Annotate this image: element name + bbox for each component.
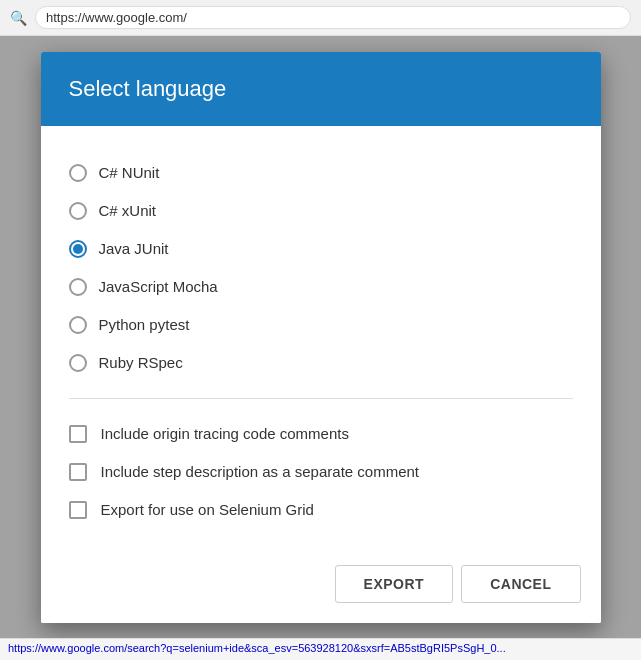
- checkbox-origin-tracing[interactable]: [69, 425, 87, 443]
- radio-item-csharp-xunit[interactable]: C# xUnit: [69, 192, 573, 230]
- checkbox-label-selenium-grid: Export for use on Selenium Grid: [101, 501, 314, 518]
- browser-bar: 🔍 https://www.google.com/: [0, 0, 641, 36]
- dialog-body: C# NUnit C# xUnit Java JUnit JavaScript …: [41, 126, 601, 553]
- checkbox-label-origin-tracing: Include origin tracing code comments: [101, 425, 349, 442]
- checkbox-step-description[interactable]: [69, 463, 87, 481]
- radio-ruby-rspec[interactable]: [69, 354, 87, 372]
- radio-item-javascript-mocha[interactable]: JavaScript Mocha: [69, 268, 573, 306]
- radio-python-pytest[interactable]: [69, 316, 87, 334]
- status-bar: https://www.google.com/search?q=selenium…: [0, 638, 641, 660]
- radio-java-junit[interactable]: [69, 240, 87, 258]
- radio-item-ruby-rspec[interactable]: Ruby RSpec: [69, 344, 573, 382]
- radio-label-csharp-nunit: C# NUnit: [99, 164, 160, 181]
- checkbox-item-selenium-grid[interactable]: Export for use on Selenium Grid: [69, 491, 573, 529]
- dialog-overlay: Select language C# NUnit C# xUnit Java J…: [0, 36, 641, 638]
- radio-item-java-junit[interactable]: Java JUnit: [69, 230, 573, 268]
- checkbox-selenium-grid[interactable]: [69, 501, 87, 519]
- radio-label-ruby-rspec: Ruby RSpec: [99, 354, 183, 371]
- radio-item-csharp-nunit[interactable]: C# NUnit: [69, 154, 573, 192]
- radio-csharp-nunit[interactable]: [69, 164, 87, 182]
- dialog-footer: EXPORT CANCEL: [41, 553, 601, 623]
- radio-label-csharp-xunit: C# xUnit: [99, 202, 157, 219]
- cancel-button[interactable]: CANCEL: [461, 565, 580, 603]
- checkbox-label-step-description: Include step description as a separate c…: [101, 463, 420, 480]
- select-language-dialog: Select language C# NUnit C# xUnit Java J…: [41, 52, 601, 623]
- checkbox-item-origin-tracing[interactable]: Include origin tracing code comments: [69, 415, 573, 453]
- radio-label-python-pytest: Python pytest: [99, 316, 190, 333]
- dialog-title: Select language: [69, 76, 573, 102]
- export-button[interactable]: EXPORT: [335, 565, 454, 603]
- dialog-header: Select language: [41, 52, 601, 126]
- language-radio-group: C# NUnit C# xUnit Java JUnit JavaScript …: [69, 154, 573, 382]
- radio-item-python-pytest[interactable]: Python pytest: [69, 306, 573, 344]
- radio-javascript-mocha[interactable]: [69, 278, 87, 296]
- radio-csharp-xunit[interactable]: [69, 202, 87, 220]
- radio-label-java-junit: Java JUnit: [99, 240, 169, 257]
- search-icon: 🔍: [10, 10, 27, 26]
- url-bar[interactable]: https://www.google.com/: [35, 6, 631, 29]
- radio-label-javascript-mocha: JavaScript Mocha: [99, 278, 218, 295]
- checkbox-item-step-description[interactable]: Include step description as a separate c…: [69, 453, 573, 491]
- options-checkbox-group: Include origin tracing code comments Inc…: [69, 415, 573, 553]
- section-divider: [69, 398, 573, 399]
